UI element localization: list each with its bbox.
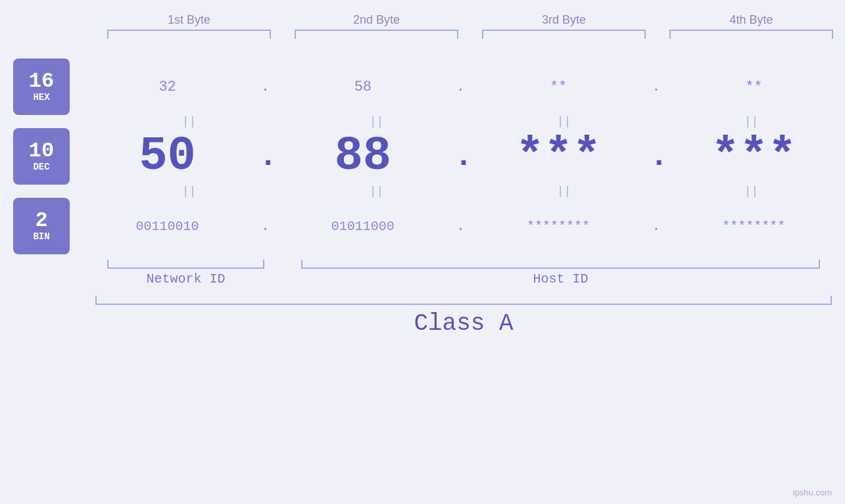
bin-values: 00110010 . 01011000 . ******** . *******… [76, 218, 845, 235]
hex-byte-3: ** [468, 79, 650, 95]
bin-dot-2: . [454, 218, 468, 235]
eq-1-2: || [283, 115, 470, 128]
bin-byte-1: 00110010 [76, 219, 258, 234]
bin-byte-2: 01011000 [272, 219, 454, 234]
network-bracket-col [95, 260, 276, 269]
hex-badge-number: 16 [29, 71, 54, 92]
hex-badge-label: HEX [33, 92, 49, 103]
host-bracket [301, 260, 820, 269]
watermark: ipshu.com [793, 488, 832, 497]
hex-row: 16 HEX 32 . 58 . ** . ** [0, 58, 845, 115]
top-bracket-1 [107, 30, 271, 39]
eq-1-1: || [95, 115, 283, 128]
bin-badge-number: 2 [35, 210, 47, 231]
top-bracket-4 [669, 30, 833, 39]
byte-label-4: 4th Byte [658, 13, 845, 30]
eq-2-1: || [95, 185, 283, 198]
dec-dot-2: . [454, 139, 468, 174]
main-container: 1st Byte 2nd Byte 3rd Byte 4th Byte 16 H… [0, 0, 845, 504]
label-spacer [276, 269, 289, 289]
hex-values: 32 . 58 . ** . ** [76, 79, 845, 95]
network-bracket [107, 260, 264, 269]
bottom-bracket-section [0, 260, 845, 269]
hex-byte-1: 32 [76, 79, 258, 95]
dec-values: 50 . 88 . *** . *** [76, 129, 845, 183]
bin-badge: 2 BIN [13, 198, 70, 254]
host-bracket-col [289, 260, 832, 269]
network-id-label: Network ID [95, 269, 276, 289]
dec-byte-2: 88 [272, 129, 454, 183]
dec-dot-3: . [650, 139, 663, 174]
header-row: 1st Byte 2nd Byte 3rd Byte 4th Byte [0, 13, 845, 30]
dec-badge: 10 DEC [13, 128, 70, 185]
hex-dot-3: . [650, 79, 663, 95]
eq-2-4: || [658, 185, 845, 198]
dec-row: 10 DEC 50 . 88 . *** . *** [0, 128, 845, 185]
id-labels-row: Network ID Host ID [0, 269, 845, 289]
dec-badge-label: DEC [33, 162, 49, 173]
equals-row-2: || || || || [0, 185, 845, 198]
eq-1-3: || [470, 115, 658, 128]
full-bracket-row [0, 296, 845, 305]
bin-dot-3: . [650, 218, 663, 235]
byte-label-2: 2nd Byte [283, 13, 470, 30]
eq-1-4: || [658, 115, 845, 128]
host-id-label: Host ID [289, 269, 832, 289]
bin-row: 2 BIN 00110010 . 01011000 . ******** . *… [0, 198, 845, 254]
byte-label-1: 1st Byte [95, 13, 283, 30]
bin-badge-label: BIN [33, 231, 49, 242]
dec-byte-4: *** [663, 129, 845, 183]
bin-byte-4: ******** [663, 219, 845, 234]
hex-byte-2: 58 [272, 79, 454, 95]
full-bracket [95, 296, 832, 305]
equals-row-1: || || || || [0, 115, 845, 128]
hex-dot-1: . [258, 79, 272, 95]
dec-dot-1: . [258, 139, 272, 174]
bracket-spacer-1 [276, 260, 289, 269]
class-label-row: Class A [0, 310, 845, 337]
bin-dot-1: . [258, 218, 272, 235]
top-bracket-2 [295, 30, 458, 39]
dec-badge-number: 10 [29, 141, 54, 162]
eq-2-3: || [470, 185, 658, 198]
eq-2-2: || [283, 185, 470, 198]
hex-badge: 16 HEX [13, 58, 70, 115]
dec-byte-3: *** [468, 129, 650, 183]
hex-dot-2: . [454, 79, 468, 95]
class-label: Class A [95, 310, 832, 337]
dec-byte-1: 50 [76, 129, 258, 183]
bin-byte-3: ******** [468, 219, 650, 234]
hex-byte-4: ** [663, 79, 845, 95]
byte-label-3: 3rd Byte [470, 13, 658, 30]
top-bracket-3 [482, 30, 646, 39]
top-bracket-row [0, 30, 845, 39]
